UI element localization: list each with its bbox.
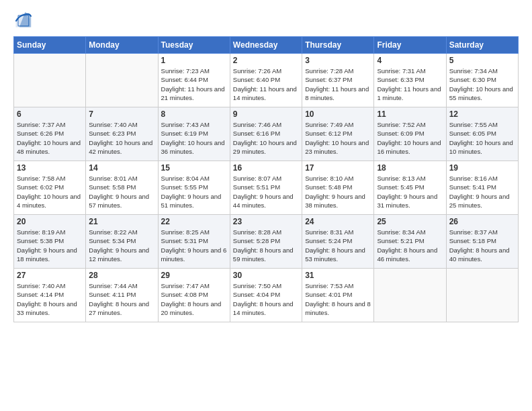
cell-text: Sunrise: 8:10 AM Sunset: 5:48 PM Dayligh… bbox=[305, 174, 371, 210]
cell-text: Sunrise: 7:44 AM Sunset: 4:11 PM Dayligh… bbox=[89, 281, 154, 317]
day-number: 17 bbox=[305, 163, 371, 173]
day-number: 9 bbox=[233, 109, 299, 119]
calendar-cell: 27Sunrise: 7:40 AM Sunset: 4:14 PM Dayli… bbox=[14, 269, 86, 322]
cell-text: Sunrise: 7:26 AM Sunset: 6:40 PM Dayligh… bbox=[233, 66, 299, 102]
day-number: 12 bbox=[449, 109, 515, 119]
day-number: 8 bbox=[161, 109, 227, 119]
day-number: 25 bbox=[377, 217, 443, 226]
cell-text: Sunrise: 7:55 AM Sunset: 6:05 PM Dayligh… bbox=[449, 120, 515, 156]
cell-text: Sunrise: 8:01 AM Sunset: 5:58 PM Dayligh… bbox=[89, 174, 154, 210]
calendar-cell: 10Sunrise: 7:49 AM Sunset: 6:12 PM Dayli… bbox=[302, 107, 374, 161]
cell-text: Sunrise: 8:22 AM Sunset: 5:34 PM Dayligh… bbox=[89, 228, 154, 263]
cell-text: Sunrise: 8:04 AM Sunset: 5:55 PM Dayligh… bbox=[161, 174, 227, 210]
day-number: 27 bbox=[17, 271, 83, 280]
cell-text: Sunrise: 8:31 AM Sunset: 5:24 PM Dayligh… bbox=[305, 228, 371, 263]
calendar-cell: 21Sunrise: 8:22 AM Sunset: 5:34 PM Dayli… bbox=[86, 215, 158, 269]
cell-text: Sunrise: 7:47 AM Sunset: 4:08 PM Dayligh… bbox=[161, 281, 227, 317]
calendar-cell: 18Sunrise: 8:13 AM Sunset: 5:45 PM Dayli… bbox=[374, 161, 446, 215]
day-number: 7 bbox=[89, 109, 154, 119]
calendar-body: 1Sunrise: 7:23 AM Sunset: 6:44 PM Daylig… bbox=[14, 54, 519, 322]
cell-text: Sunrise: 7:52 AM Sunset: 6:09 PM Dayligh… bbox=[377, 120, 443, 156]
calendar-table: SundayMondayTuesdayWednesdayThursdayFrid… bbox=[13, 36, 519, 322]
calendar-cell: 11Sunrise: 7:52 AM Sunset: 6:09 PM Dayli… bbox=[374, 107, 446, 161]
calendar-cell: 4Sunrise: 7:31 AM Sunset: 6:33 PM Daylig… bbox=[374, 54, 446, 107]
day-number: 24 bbox=[305, 217, 371, 226]
weekday-header: Thursday bbox=[302, 37, 374, 54]
cell-text: Sunrise: 7:31 AM Sunset: 6:33 PM Dayligh… bbox=[377, 66, 443, 102]
day-number: 11 bbox=[377, 109, 443, 119]
calendar-cell: 20Sunrise: 8:19 AM Sunset: 5:38 PM Dayli… bbox=[14, 215, 86, 269]
day-number: 22 bbox=[161, 217, 227, 226]
cell-text: Sunrise: 7:53 AM Sunset: 4:01 PM Dayligh… bbox=[305, 281, 371, 317]
calendar-cell: 15Sunrise: 8:04 AM Sunset: 5:55 PM Dayli… bbox=[158, 161, 230, 215]
logo bbox=[13, 11, 35, 30]
weekday-header: Saturday bbox=[446, 37, 518, 54]
calendar-week: 20Sunrise: 8:19 AM Sunset: 5:38 PM Dayli… bbox=[14, 215, 519, 269]
weekday-header: Wednesday bbox=[230, 37, 302, 54]
calendar-cell: 2Sunrise: 7:26 AM Sunset: 6:40 PM Daylig… bbox=[230, 54, 302, 107]
cell-text: Sunrise: 7:46 AM Sunset: 6:16 PM Dayligh… bbox=[233, 120, 299, 156]
calendar-week: 1Sunrise: 7:23 AM Sunset: 6:44 PM Daylig… bbox=[14, 54, 519, 107]
calendar-cell: 28Sunrise: 7:44 AM Sunset: 4:11 PM Dayli… bbox=[86, 269, 158, 322]
calendar-cell: 30Sunrise: 7:50 AM Sunset: 4:04 PM Dayli… bbox=[230, 269, 302, 322]
calendar-cell: 3Sunrise: 7:28 AM Sunset: 6:37 PM Daylig… bbox=[302, 54, 374, 107]
calendar-cell: 14Sunrise: 8:01 AM Sunset: 5:58 PM Dayli… bbox=[86, 161, 158, 215]
calendar-cell: 24Sunrise: 8:31 AM Sunset: 5:24 PM Dayli… bbox=[302, 215, 374, 269]
day-number: 15 bbox=[161, 163, 227, 173]
cell-text: Sunrise: 8:16 AM Sunset: 5:41 PM Dayligh… bbox=[449, 174, 515, 210]
calendar-cell: 19Sunrise: 8:16 AM Sunset: 5:41 PM Dayli… bbox=[446, 161, 518, 215]
calendar-cell: 1Sunrise: 7:23 AM Sunset: 6:44 PM Daylig… bbox=[158, 54, 230, 107]
calendar-cell: 9Sunrise: 7:46 AM Sunset: 6:16 PM Daylig… bbox=[230, 107, 302, 161]
day-number: 29 bbox=[161, 271, 227, 280]
calendar-week: 6Sunrise: 7:37 AM Sunset: 6:26 PM Daylig… bbox=[14, 107, 519, 161]
cell-text: Sunrise: 7:40 AM Sunset: 6:23 PM Dayligh… bbox=[89, 120, 154, 156]
calendar-cell bbox=[446, 269, 518, 322]
calendar-cell: 26Sunrise: 8:37 AM Sunset: 5:18 PM Dayli… bbox=[446, 215, 518, 269]
calendar-week: 27Sunrise: 7:40 AM Sunset: 4:14 PM Dayli… bbox=[14, 269, 519, 322]
cell-text: Sunrise: 8:07 AM Sunset: 5:51 PM Dayligh… bbox=[233, 174, 299, 210]
cell-text: Sunrise: 7:34 AM Sunset: 6:30 PM Dayligh… bbox=[449, 66, 515, 102]
day-number: 14 bbox=[89, 163, 154, 173]
calendar-cell: 29Sunrise: 7:47 AM Sunset: 4:08 PM Dayli… bbox=[158, 269, 230, 322]
cell-text: Sunrise: 7:37 AM Sunset: 6:26 PM Dayligh… bbox=[17, 120, 83, 156]
calendar-cell: 5Sunrise: 7:34 AM Sunset: 6:30 PM Daylig… bbox=[446, 54, 518, 107]
cell-text: Sunrise: 7:43 AM Sunset: 6:19 PM Dayligh… bbox=[161, 120, 227, 156]
calendar-cell: 25Sunrise: 8:34 AM Sunset: 5:21 PM Dayli… bbox=[374, 215, 446, 269]
calendar-header: SundayMondayTuesdayWednesdayThursdayFrid… bbox=[14, 37, 519, 54]
calendar-week: 13Sunrise: 7:58 AM Sunset: 6:02 PM Dayli… bbox=[14, 161, 519, 215]
day-number: 5 bbox=[449, 56, 515, 65]
calendar-cell: 7Sunrise: 7:40 AM Sunset: 6:23 PM Daylig… bbox=[86, 107, 158, 161]
cell-text: Sunrise: 8:37 AM Sunset: 5:18 PM Dayligh… bbox=[449, 228, 515, 263]
day-number: 3 bbox=[305, 56, 371, 65]
cell-text: Sunrise: 7:49 AM Sunset: 6:12 PM Dayligh… bbox=[305, 120, 371, 156]
day-number: 31 bbox=[305, 271, 371, 280]
day-number: 20 bbox=[17, 217, 83, 226]
calendar-cell: 8Sunrise: 7:43 AM Sunset: 6:19 PM Daylig… bbox=[158, 107, 230, 161]
calendar-cell: 17Sunrise: 8:10 AM Sunset: 5:48 PM Dayli… bbox=[302, 161, 374, 215]
page: SundayMondayTuesdayWednesdayThursdayFrid… bbox=[0, 0, 532, 411]
calendar-cell bbox=[86, 54, 158, 107]
cell-text: Sunrise: 7:50 AM Sunset: 4:04 PM Dayligh… bbox=[233, 281, 299, 317]
cell-text: Sunrise: 8:34 AM Sunset: 5:21 PM Dayligh… bbox=[377, 228, 443, 263]
calendar-cell bbox=[14, 54, 86, 107]
calendar-cell: 31Sunrise: 7:53 AM Sunset: 4:01 PM Dayli… bbox=[302, 269, 374, 322]
cell-text: Sunrise: 8:13 AM Sunset: 5:45 PM Dayligh… bbox=[377, 174, 443, 210]
day-number: 21 bbox=[89, 217, 154, 226]
day-number: 1 bbox=[161, 56, 227, 65]
day-number: 10 bbox=[305, 109, 371, 119]
day-number: 19 bbox=[449, 163, 515, 173]
day-number: 30 bbox=[233, 271, 299, 280]
calendar-cell: 6Sunrise: 7:37 AM Sunset: 6:26 PM Daylig… bbox=[14, 107, 86, 161]
day-number: 13 bbox=[17, 163, 83, 173]
calendar-cell: 16Sunrise: 8:07 AM Sunset: 5:51 PM Dayli… bbox=[230, 161, 302, 215]
day-number: 26 bbox=[449, 217, 515, 226]
cell-text: Sunrise: 8:19 AM Sunset: 5:38 PM Dayligh… bbox=[17, 228, 83, 263]
calendar-cell: 22Sunrise: 8:25 AM Sunset: 5:31 PM Dayli… bbox=[158, 215, 230, 269]
weekday-header: Tuesday bbox=[158, 37, 230, 54]
cell-text: Sunrise: 7:58 AM Sunset: 6:02 PM Dayligh… bbox=[17, 174, 83, 210]
day-number: 6 bbox=[17, 109, 83, 119]
weekday-header: Monday bbox=[86, 37, 158, 54]
calendar-cell: 23Sunrise: 8:28 AM Sunset: 5:28 PM Dayli… bbox=[230, 215, 302, 269]
weekday-header: Friday bbox=[374, 37, 446, 54]
cell-text: Sunrise: 7:23 AM Sunset: 6:44 PM Dayligh… bbox=[161, 66, 227, 102]
